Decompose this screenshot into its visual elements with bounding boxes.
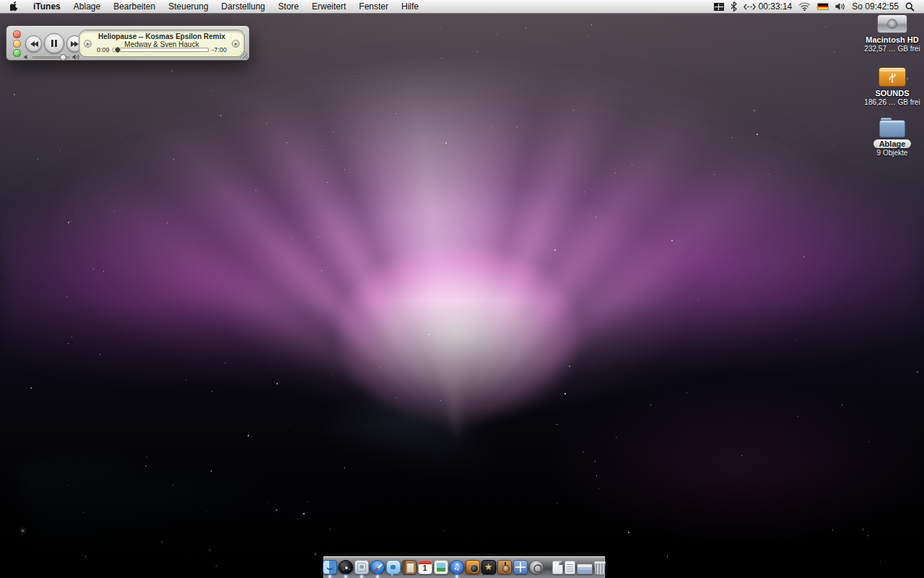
dock-item-minimized-window[interactable] — [577, 564, 593, 574]
connection-timer-menu-extra[interactable]: 00:33:14 — [744, 0, 793, 13]
dock-item-iphoto[interactable] — [434, 560, 448, 574]
dock-photo-booth-icon[interactable] — [466, 560, 480, 574]
star — [517, 126, 518, 127]
star — [588, 36, 588, 37]
dock-item-dashboard[interactable] — [339, 560, 353, 574]
dock-iphoto-icon[interactable] — [434, 560, 448, 574]
star — [445, 142, 447, 144]
star — [754, 110, 755, 111]
dock-item-mail[interactable] — [354, 560, 369, 574]
menu-steuerung[interactable]: Steuerung — [162, 0, 214, 13]
menu-erweitert[interactable]: Erweitert — [305, 0, 352, 13]
dock-dashboard-icon[interactable] — [339, 560, 353, 574]
star — [557, 503, 557, 504]
star — [863, 529, 863, 530]
star — [768, 173, 769, 174]
star — [77, 211, 77, 212]
volume-slider-knob[interactable] — [60, 54, 66, 61]
star — [554, 249, 556, 251]
dock-item-safari[interactable] — [370, 560, 385, 574]
star — [173, 485, 173, 486]
star — [171, 70, 173, 72]
menu-store[interactable]: Store — [271, 0, 305, 13]
resize-grip[interactable] — [240, 51, 248, 59]
dock-mail-icon[interactable] — [354, 560, 369, 574]
dock-safari-icon[interactable] — [370, 560, 385, 574]
star — [430, 208, 430, 209]
star — [307, 501, 308, 502]
star — [267, 502, 268, 503]
star — [292, 239, 293, 240]
star — [147, 457, 147, 457]
star — [628, 532, 629, 533]
dock-imovie-icon[interactable] — [481, 560, 496, 574]
dock-item-ical[interactable]: 1 — [418, 560, 432, 574]
star — [318, 236, 318, 237]
dock-item-text-document[interactable] — [565, 561, 575, 574]
lcd-right-button[interactable] — [232, 40, 240, 48]
star — [441, 58, 442, 59]
desktop-icon-ablage[interactable]: Ablage 9 Objekte — [862, 118, 923, 157]
dock-finder-icon[interactable] — [323, 560, 337, 574]
dock-item-imovie[interactable] — [481, 560, 496, 574]
desktop-icon-sounds[interactable]: SOUNDS 186,26 … GB frei — [862, 67, 923, 106]
dock-item-system-preferences[interactable] — [529, 560, 544, 574]
desktop-icon-macintosh-hd[interactable]: Macintosh HD 232,57 … GB frei — [862, 14, 923, 53]
minimize-button[interactable] — [13, 40, 21, 48]
menu-itunes[interactable]: iTunes — [27, 0, 67, 13]
star — [83, 512, 84, 513]
dock-ical-icon[interactable]: 1 — [418, 560, 432, 574]
volume-icon — [835, 2, 845, 11]
progress-bar[interactable] — [113, 48, 209, 52]
menu-ablage[interactable]: Ablage — [67, 0, 107, 13]
volume-menu-extra[interactable] — [835, 0, 845, 13]
star — [206, 511, 206, 512]
spaces-menu-extra[interactable] — [714, 0, 724, 13]
lcd-left-button[interactable] — [84, 40, 92, 48]
dock-item-ichat[interactable] — [386, 560, 401, 574]
dock-itunes-icon[interactable] — [450, 560, 464, 574]
menu-darstellung[interactable]: Darstellung — [215, 0, 272, 13]
star — [698, 299, 699, 300]
dock-item-garageband[interactable] — [497, 560, 512, 574]
dock-item-photo-booth[interactable] — [466, 560, 480, 574]
volume-slider[interactable] — [32, 56, 70, 59]
dock-text-document-icon[interactable] — [565, 561, 575, 574]
star — [396, 113, 396, 114]
star — [303, 513, 305, 514]
close-button[interactable] — [13, 30, 21, 38]
keyboard-layout-menu-extra[interactable] — [817, 0, 829, 13]
dock-ichat-icon[interactable] — [386, 560, 401, 574]
dock-garageband-icon[interactable] — [497, 560, 512, 574]
progress-marker[interactable] — [115, 47, 121, 53]
zoom-button[interactable] — [13, 49, 21, 57]
dock-minimized-window-icon[interactable] — [577, 564, 593, 574]
dock-item-trash[interactable] — [594, 561, 606, 574]
apple-menu[interactable] — [0, 0, 27, 13]
dock-address-book-icon[interactable] — [402, 560, 417, 574]
usb-trident-icon — [888, 73, 897, 83]
bluetooth-menu-extra[interactable] — [731, 0, 737, 13]
dock-item-finder[interactable] — [323, 560, 337, 574]
menu-bearbeiten[interactable]: Bearbeiten — [107, 0, 162, 13]
star — [186, 379, 186, 380]
star — [591, 25, 592, 25]
star — [596, 475, 597, 476]
star — [790, 121, 790, 121]
dock-item-address-book[interactable] — [402, 560, 417, 574]
wifi-menu-extra[interactable] — [798, 0, 811, 13]
spotlight-menu-extra[interactable] — [905, 0, 915, 13]
menu-hilfe[interactable]: Hilfe — [395, 0, 425, 13]
dock-item-document-stack[interactable] — [552, 561, 563, 574]
dock-trash-icon[interactable] — [594, 561, 606, 574]
dock-document-stack-icon[interactable] — [552, 561, 563, 574]
clock-menu-extra[interactable]: So 09:42:55 — [852, 0, 899, 13]
dock-spaces-icon[interactable] — [513, 560, 528, 574]
dock-item-itunes[interactable] — [450, 560, 464, 574]
pause-button[interactable] — [44, 33, 64, 53]
rewind-button[interactable] — [25, 35, 42, 52]
menu-fenster[interactable]: Fenster — [352, 0, 395, 13]
dock-item-spaces[interactable] — [513, 560, 528, 574]
star — [103, 271, 104, 272]
dock-system-preferences-icon[interactable] — [529, 560, 544, 574]
